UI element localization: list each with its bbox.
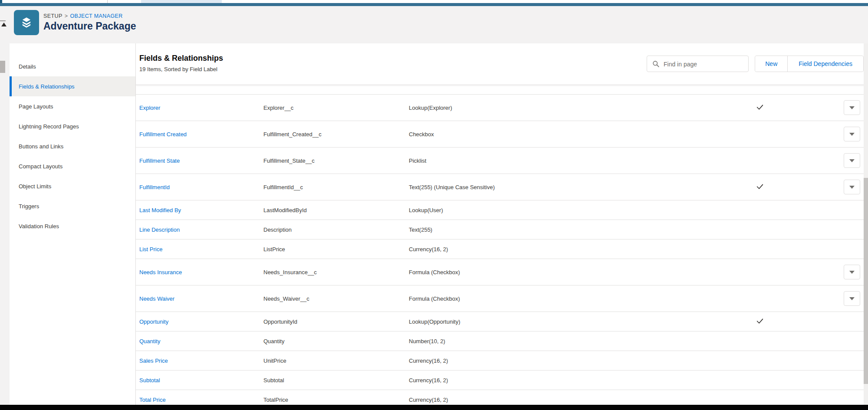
page-title: Adventure Package bbox=[43, 20, 136, 32]
field-dependencies-button[interactable]: Field Dependencies bbox=[788, 56, 863, 72]
field-label-link[interactable]: FulfillmentId bbox=[139, 184, 170, 190]
sidebar-item-triggers[interactable]: Triggers bbox=[10, 196, 135, 216]
field-label-link[interactable]: Sales Price bbox=[139, 358, 168, 364]
salesforce-header-bar bbox=[0, 3, 868, 6]
field-label-link[interactable]: Opportunity bbox=[139, 318, 168, 325]
table-row: Fulfillment CreatedFulfillment_Created__… bbox=[136, 121, 868, 148]
collapse-dash-icon bbox=[0, 20, 6, 21]
breadcrumb: SETUP>OBJECT MANAGER bbox=[43, 13, 123, 19]
sidebar-item-buttons-and-links[interactable]: Buttons and Links bbox=[10, 136, 135, 156]
caret-down-icon bbox=[849, 271, 855, 274]
field-name: Quantity bbox=[263, 338, 284, 344]
table-row: Needs InsuranceNeeds_Insurance__cFormula… bbox=[136, 259, 868, 285]
breadcrumb-object-manager-link[interactable]: OBJECT MANAGER bbox=[70, 13, 122, 19]
row-actions-dropdown-button[interactable] bbox=[844, 153, 860, 168]
row-actions-dropdown-button[interactable] bbox=[844, 291, 860, 306]
salesforce-object-manager-screen: SETUP>OBJECT MANAGER Adventure Package D… bbox=[0, 0, 868, 410]
breadcrumb-separator: > bbox=[65, 13, 68, 19]
row-actions-dropdown-button[interactable] bbox=[844, 265, 860, 279]
layers-icon-glyph bbox=[19, 15, 34, 30]
custom-object-icon bbox=[14, 10, 39, 35]
table-row: Sales PriceUnitPriceCurrency(16, 2) bbox=[136, 351, 868, 371]
caret-down-icon bbox=[849, 106, 855, 109]
object-nav-sidebar: DetailsFields & RelationshipsPage Layout… bbox=[10, 43, 136, 405]
data-type: Formula (Checkbox) bbox=[409, 295, 460, 302]
data-type: Text(255) (Unique Case Sensitive) bbox=[409, 184, 495, 190]
search-input[interactable] bbox=[663, 56, 747, 72]
table-row: SubtotalSubtotalCurrency(16, 2) bbox=[136, 371, 868, 390]
field-name: Fulfillment_Created__c bbox=[263, 131, 322, 138]
field-name: Needs_Insurance__c bbox=[263, 269, 317, 276]
field-name: FulfillmentId__c bbox=[263, 184, 303, 190]
data-type: Text(255) bbox=[409, 226, 432, 233]
table-row: Fulfillment StateFulfillment_State__cPic… bbox=[136, 148, 868, 174]
caret-down-icon bbox=[849, 133, 855, 136]
sidebar-item-compact-layouts[interactable]: Compact Layouts bbox=[10, 156, 135, 176]
indexed-check-icon bbox=[747, 317, 773, 326]
row-actions-dropdown-button[interactable] bbox=[844, 100, 860, 115]
table-row: OpportunityOpportunityIdLookup(Opportuni… bbox=[136, 312, 868, 331]
sidebar-item-validation-rules[interactable]: Validation Rules bbox=[10, 216, 135, 236]
fields-table: ExplorerExplorer__cLookup(Explorer)Fulfi… bbox=[136, 95, 868, 405]
table-row: Last Modified ByLastModifiedByIdLookup(U… bbox=[136, 200, 868, 220]
field-name: Needs_Waiver__c bbox=[263, 295, 309, 302]
data-type: Number(10, 2) bbox=[409, 338, 445, 344]
breadcrumb-setup: SETUP bbox=[43, 13, 62, 19]
sidebar-item-details[interactable]: Details bbox=[10, 56, 135, 76]
row-actions-dropdown-button[interactable] bbox=[844, 127, 860, 141]
field-label-link[interactable]: Subtotal bbox=[139, 377, 160, 384]
table-row: Needs WaiverNeeds_Waiver__cFormula (Chec… bbox=[136, 285, 868, 312]
bottom-black-bar bbox=[0, 405, 868, 410]
data-type: Currency(16, 2) bbox=[409, 377, 448, 384]
indexed-check-icon bbox=[747, 103, 773, 112]
inactive-tab-fragment bbox=[141, 0, 222, 3]
field-label-link[interactable]: Needs Waiver bbox=[139, 295, 174, 302]
field-label-link[interactable]: List Price bbox=[139, 246, 162, 253]
field-label-link[interactable]: Explorer bbox=[139, 105, 160, 111]
field-label-link[interactable]: Fulfillment Created bbox=[139, 131, 187, 138]
table-row: ExplorerExplorer__cLookup(Explorer) bbox=[136, 95, 868, 121]
data-type: Currency(16, 2) bbox=[409, 358, 448, 364]
field-label-link[interactable]: Line Description bbox=[139, 226, 180, 233]
table-row: Total PriceTotalPriceCurrency(16, 2) bbox=[136, 390, 868, 405]
data-type: Formula (Checkbox) bbox=[409, 269, 460, 276]
panel-header: Fields & Relationships 19 Items, Sorted … bbox=[136, 43, 868, 85]
panel-action-buttons: New Field Dependencies bbox=[755, 56, 864, 72]
partial-scrolled-row bbox=[136, 85, 868, 95]
field-label-link[interactable]: Fulfillment State bbox=[139, 157, 180, 164]
caret-down-icon bbox=[849, 186, 855, 189]
field-name: OpportunityId bbox=[263, 318, 297, 325]
left-scrollbar-thumb[interactable] bbox=[0, 61, 5, 73]
new-button[interactable]: New bbox=[755, 56, 787, 72]
field-name: Fulfillment_State__c bbox=[263, 157, 315, 164]
row-actions-dropdown-button[interactable] bbox=[844, 180, 860, 194]
tab-corner-fragment bbox=[0, 0, 2, 3]
sidebar-item-page-layouts[interactable]: Page Layouts bbox=[10, 96, 135, 116]
data-type: Lookup(Opportunity) bbox=[409, 318, 460, 325]
vertical-scrollbar-thumb[interactable] bbox=[864, 178, 868, 384]
field-name: Subtotal bbox=[263, 377, 284, 384]
data-type: Lookup(Explorer) bbox=[409, 105, 452, 111]
sidebar-item-fields-relationships[interactable]: Fields & Relationships bbox=[10, 76, 135, 96]
find-in-page-searchbox bbox=[647, 56, 749, 72]
sidebar-item-object-limits[interactable]: Object Limits bbox=[10, 176, 135, 196]
field-label-link[interactable]: Quantity bbox=[139, 338, 160, 344]
table-row: List PriceListPriceCurrency(16, 2) bbox=[136, 239, 868, 259]
field-name: Explorer__c bbox=[263, 105, 293, 111]
caret-down-icon bbox=[849, 159, 855, 162]
main-panel: Fields & Relationships 19 Items, Sorted … bbox=[136, 43, 868, 405]
browser-tab-strip bbox=[0, 0, 868, 3]
table-row: FulfillmentIdFulfillmentId__cText(255) (… bbox=[136, 174, 868, 200]
table-row: QuantityQuantityNumber(10, 2) bbox=[136, 331, 868, 351]
field-name: UnitPrice bbox=[263, 358, 286, 364]
field-label-link[interactable]: Total Price bbox=[139, 397, 166, 403]
panel-title: Fields & Relationships bbox=[139, 54, 223, 63]
field-name: Description bbox=[263, 226, 292, 233]
sidebar-item-lightning-record-pages[interactable]: Lightning Record Pages bbox=[10, 116, 135, 136]
data-type: Currency(16, 2) bbox=[409, 246, 448, 253]
search-icon bbox=[652, 60, 660, 68]
field-label-link[interactable]: Needs Insurance bbox=[139, 269, 182, 276]
field-name: ListPrice bbox=[263, 246, 285, 253]
content-area: DetailsFields & RelationshipsPage Layout… bbox=[10, 43, 868, 405]
field-label-link[interactable]: Last Modified By bbox=[139, 207, 181, 213]
